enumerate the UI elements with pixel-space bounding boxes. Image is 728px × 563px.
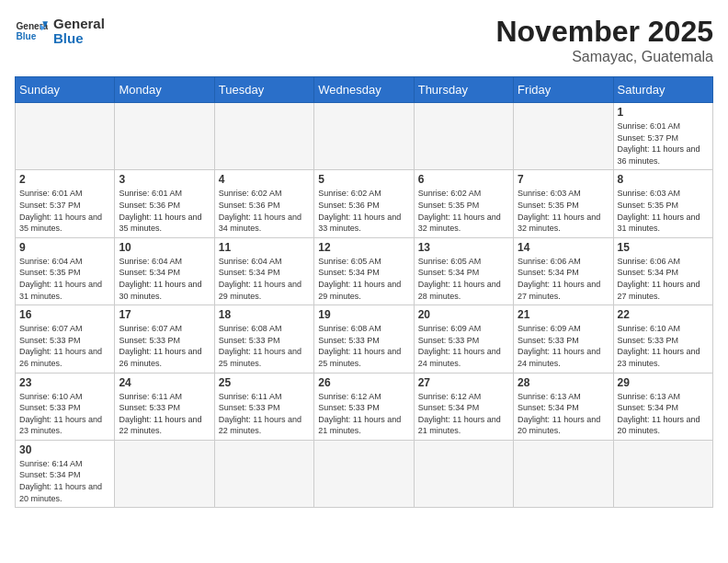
calendar-cell: 30Sunrise: 6:14 AM Sunset: 5:34 PM Dayli… [16,440,115,507]
calendar-cell [214,103,313,170]
calendar-cell: 2Sunrise: 6:01 AM Sunset: 5:37 PM Daylig… [16,170,115,237]
day-info: Sunrise: 6:11 AM Sunset: 5:33 PM Dayligh… [119,391,210,437]
day-number: 25 [219,376,310,389]
calendar-cell: 8Sunrise: 6:03 AM Sunset: 5:35 PM Daylig… [613,170,712,237]
day-info: Sunrise: 6:07 AM Sunset: 5:33 PM Dayligh… [119,323,210,369]
logo-general-text: General [53,17,105,32]
day-number: 23 [19,376,110,389]
day-header-tuesday: Tuesday [214,77,313,103]
calendar-week-row: 16Sunrise: 6:07 AM Sunset: 5:33 PM Dayli… [16,305,713,373]
calendar-cell: 14Sunrise: 6:06 AM Sunset: 5:34 PM Dayli… [514,237,613,304]
day-number: 10 [119,241,210,254]
calendar-cell: 10Sunrise: 6:04 AM Sunset: 5:34 PM Dayli… [115,237,214,304]
calendar-week-row: 2Sunrise: 6:01 AM Sunset: 5:37 PM Daylig… [16,170,713,237]
calendar-cell: 22Sunrise: 6:10 AM Sunset: 5:33 PM Dayli… [613,305,712,373]
calendar-cell: 18Sunrise: 6:08 AM Sunset: 5:33 PM Dayli… [214,305,313,373]
calendar-cell: 13Sunrise: 6:05 AM Sunset: 5:34 PM Dayli… [414,237,513,304]
day-number: 6 [418,173,509,186]
day-number: 26 [318,376,409,389]
day-number: 7 [518,173,609,186]
calendar-cell [314,440,414,507]
day-info: Sunrise: 6:04 AM Sunset: 5:34 PM Dayligh… [119,256,210,302]
calendar-cell: 12Sunrise: 6:05 AM Sunset: 5:34 PM Dayli… [314,237,414,304]
day-header-thursday: Thursday [414,77,513,103]
title-block: November 2025 Samayac, Guatemala [495,15,713,65]
day-number: 17 [119,308,210,321]
day-info: Sunrise: 6:09 AM Sunset: 5:33 PM Dayligh… [418,323,509,369]
day-info: Sunrise: 6:12 AM Sunset: 5:34 PM Dayligh… [418,391,509,437]
day-number: 13 [418,241,509,254]
calendar-cell: 1Sunrise: 6:01 AM Sunset: 5:37 PM Daylig… [613,103,712,170]
calendar-cell [214,440,313,507]
calendar-cell [414,440,513,507]
day-number: 20 [418,308,509,321]
logo-blue-text: Blue [53,31,105,47]
page-header: General Blue General Blue November 2025 … [15,15,713,65]
day-header-monday: Monday [115,77,214,103]
day-number: 9 [19,241,110,254]
calendar-table: SundayMondayTuesdayWednesdayThursdayFrid… [15,76,713,508]
calendar-week-row: 23Sunrise: 6:10 AM Sunset: 5:33 PM Dayli… [16,373,713,440]
calendar-week-row: 1Sunrise: 6:01 AM Sunset: 5:37 PM Daylig… [16,103,713,170]
day-info: Sunrise: 6:03 AM Sunset: 5:35 PM Dayligh… [618,188,709,234]
calendar-cell: 11Sunrise: 6:04 AM Sunset: 5:34 PM Dayli… [214,237,313,304]
day-info: Sunrise: 6:03 AM Sunset: 5:35 PM Dayligh… [518,188,609,234]
calendar-cell: 24Sunrise: 6:11 AM Sunset: 5:33 PM Dayli… [115,373,214,440]
day-info: Sunrise: 6:13 AM Sunset: 5:34 PM Dayligh… [518,391,609,437]
day-number: 16 [19,308,110,321]
calendar-cell: 25Sunrise: 6:11 AM Sunset: 5:33 PM Dayli… [214,373,313,440]
day-number: 4 [219,173,310,186]
day-info: Sunrise: 6:04 AM Sunset: 5:35 PM Dayligh… [19,256,110,302]
day-number: 27 [418,376,509,389]
calendar-cell: 3Sunrise: 6:01 AM Sunset: 5:36 PM Daylig… [115,170,214,237]
calendar-cell [115,103,214,170]
day-number: 8 [618,173,709,186]
day-info: Sunrise: 6:04 AM Sunset: 5:34 PM Dayligh… [219,256,310,302]
svg-text:Blue: Blue [16,31,36,41]
day-number: 28 [518,376,609,389]
calendar-week-row: 9Sunrise: 6:04 AM Sunset: 5:35 PM Daylig… [16,237,713,304]
calendar-cell: 16Sunrise: 6:07 AM Sunset: 5:33 PM Dayli… [16,305,115,373]
day-info: Sunrise: 6:05 AM Sunset: 5:34 PM Dayligh… [318,256,409,302]
day-header-wednesday: Wednesday [314,77,414,103]
calendar-cell [314,103,414,170]
day-info: Sunrise: 6:02 AM Sunset: 5:36 PM Dayligh… [318,188,409,234]
day-header-saturday: Saturday [613,77,712,103]
day-info: Sunrise: 6:01 AM Sunset: 5:36 PM Dayligh… [119,188,210,234]
day-info: Sunrise: 6:07 AM Sunset: 5:33 PM Dayligh… [19,323,110,369]
day-number: 12 [318,241,409,254]
day-info: Sunrise: 6:01 AM Sunset: 5:37 PM Dayligh… [19,188,110,234]
day-info: Sunrise: 6:12 AM Sunset: 5:33 PM Dayligh… [318,391,409,437]
day-number: 18 [219,308,310,321]
day-number: 29 [618,376,709,389]
day-info: Sunrise: 6:09 AM Sunset: 5:33 PM Dayligh… [518,323,609,369]
day-number: 30 [19,443,110,456]
day-info: Sunrise: 6:02 AM Sunset: 5:36 PM Dayligh… [219,188,310,234]
calendar-cell: 5Sunrise: 6:02 AM Sunset: 5:36 PM Daylig… [314,170,414,237]
day-number: 19 [318,308,409,321]
day-info: Sunrise: 6:08 AM Sunset: 5:33 PM Dayligh… [318,323,409,369]
day-number: 3 [119,173,210,186]
day-header-sunday: Sunday [16,77,115,103]
calendar-cell [514,440,613,507]
calendar-cell: 19Sunrise: 6:08 AM Sunset: 5:33 PM Dayli… [314,305,414,373]
day-info: Sunrise: 6:10 AM Sunset: 5:33 PM Dayligh… [618,323,709,369]
calendar-cell: 7Sunrise: 6:03 AM Sunset: 5:35 PM Daylig… [514,170,613,237]
calendar-cell: 28Sunrise: 6:13 AM Sunset: 5:34 PM Dayli… [514,373,613,440]
day-number: 24 [119,376,210,389]
calendar-week-row: 30Sunrise: 6:14 AM Sunset: 5:34 PM Dayli… [16,440,713,507]
calendar-cell: 21Sunrise: 6:09 AM Sunset: 5:33 PM Dayli… [514,305,613,373]
calendar-cell: 27Sunrise: 6:12 AM Sunset: 5:34 PM Dayli… [414,373,513,440]
calendar-cell: 20Sunrise: 6:09 AM Sunset: 5:33 PM Dayli… [414,305,513,373]
calendar-cell: 29Sunrise: 6:13 AM Sunset: 5:34 PM Dayli… [613,373,712,440]
calendar-cell: 26Sunrise: 6:12 AM Sunset: 5:33 PM Dayli… [314,373,414,440]
calendar-cell [613,440,712,507]
day-info: Sunrise: 6:06 AM Sunset: 5:34 PM Dayligh… [518,256,609,302]
calendar-cell: 17Sunrise: 6:07 AM Sunset: 5:33 PM Dayli… [115,305,214,373]
day-header-friday: Friday [514,77,613,103]
day-number: 15 [618,241,709,254]
day-info: Sunrise: 6:01 AM Sunset: 5:37 PM Dayligh… [618,121,709,167]
day-number: 1 [618,106,709,119]
day-number: 2 [19,173,110,186]
calendar-cell: 6Sunrise: 6:02 AM Sunset: 5:35 PM Daylig… [414,170,513,237]
